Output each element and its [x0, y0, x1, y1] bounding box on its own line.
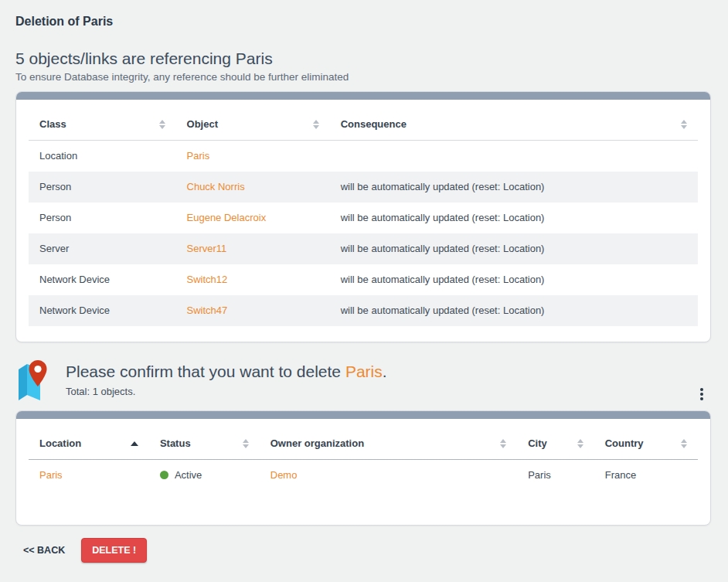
sort-icon	[243, 439, 249, 448]
consequence-cell: will be automatically updated (reset: Lo…	[330, 203, 698, 233]
sort-icon	[577, 439, 583, 448]
location-link[interactable]: Paris	[39, 469, 63, 481]
class-cell: Network Device	[29, 264, 176, 295]
total-count-label: Total: 1 objects.	[66, 386, 387, 397]
table-header-row: Class Object Consequence	[29, 107, 698, 141]
back-button[interactable]: << BACK	[20, 539, 68, 562]
consequence-cell: will be automatically updated (reset: Lo…	[330, 264, 698, 295]
table-row: Network Device Switch47 will be automati…	[29, 295, 698, 326]
panel-top-bar	[16, 92, 710, 100]
object-link[interactable]: Chuck Norris	[187, 181, 245, 192]
delete-button[interactable]: DELETE !	[81, 538, 147, 563]
footer-actions: << BACK DELETE !	[20, 538, 711, 563]
referencing-section-title: 5 objects/links are referencing Paris	[15, 49, 711, 68]
column-header-status[interactable]: Status	[149, 427, 260, 460]
object-link[interactable]: Paris	[187, 150, 210, 162]
page-title: Deletion of Paris	[15, 15, 711, 29]
confirm-message: Please confirm that you want to delete P…	[66, 362, 387, 382]
table-row: Location Paris	[29, 141, 698, 172]
object-link[interactable]: Switch12	[187, 274, 228, 285]
referencing-section-subtitle: To ensure Database integrity, any refere…	[15, 71, 711, 83]
sort-icon	[500, 439, 506, 448]
sort-icon	[681, 120, 687, 129]
confirm-object-name: Paris	[345, 362, 383, 380]
class-cell: Person	[29, 172, 176, 203]
column-header-country[interactable]: Country	[594, 427, 698, 460]
object-link[interactable]: Switch47	[187, 305, 228, 316]
column-header-owner-organization[interactable]: Owner organization	[260, 427, 517, 460]
column-header-class[interactable]: Class	[29, 107, 176, 141]
status-cell: Active	[149, 460, 260, 492]
class-cell: Person	[29, 203, 176, 233]
class-cell: Server	[29, 233, 176, 264]
status-active-dot-icon	[160, 471, 168, 479]
table-header-row: Location Status Owner organization City	[29, 427, 698, 460]
table-row: Person Eugene Delacroix will be automati…	[29, 203, 698, 233]
consequence-cell: will be automatically updated (reset: Lo…	[330, 172, 698, 203]
sort-icon	[681, 439, 687, 448]
referencing-table: Class Object Consequence Location	[29, 107, 698, 326]
consequence-cell: will be automatically updated (reset: Lo…	[330, 295, 698, 326]
class-cell: Network Device	[29, 295, 176, 326]
country-cell: France	[594, 460, 698, 492]
table-row: Network Device Switch12 will be automati…	[29, 264, 698, 295]
objects-table: Location Status Owner organization City	[29, 427, 698, 491]
column-header-consequence[interactable]: Consequence	[330, 107, 698, 141]
panel-top-bar	[16, 411, 710, 419]
object-link[interactable]: Eugene Delacroix	[187, 212, 267, 223]
sort-ascending-icon	[131, 441, 138, 446]
table-row: Person Chuck Norris will be automaticall…	[29, 172, 698, 203]
consequence-cell: will be automatically updated (reset: Lo…	[330, 233, 698, 264]
confirm-section: Please confirm that you want to delete P…	[17, 358, 711, 403]
column-header-city[interactable]: City	[517, 427, 594, 460]
consequence-cell	[330, 141, 698, 172]
confirm-text-block: Please confirm that you want to delete P…	[66, 358, 387, 397]
map-location-icon	[17, 359, 47, 403]
owner-organization-link[interactable]: Demo	[270, 469, 298, 481]
column-header-object[interactable]: Object	[176, 107, 330, 141]
sort-icon	[159, 120, 165, 129]
object-link[interactable]: Server11	[187, 243, 227, 254]
table-row: Server Server11 will be automatically up…	[29, 233, 698, 264]
sort-icon	[313, 120, 319, 129]
table-row: Paris Active Demo Paris France	[29, 460, 698, 492]
city-cell: Paris	[517, 460, 594, 492]
referencing-panel: Class Object Consequence Location	[15, 91, 711, 342]
class-cell: Location	[29, 141, 176, 172]
kebab-menu-icon[interactable]	[699, 386, 705, 402]
column-header-location[interactable]: Location	[29, 427, 149, 460]
objects-panel: Location Status Owner organization City	[15, 410, 711, 526]
